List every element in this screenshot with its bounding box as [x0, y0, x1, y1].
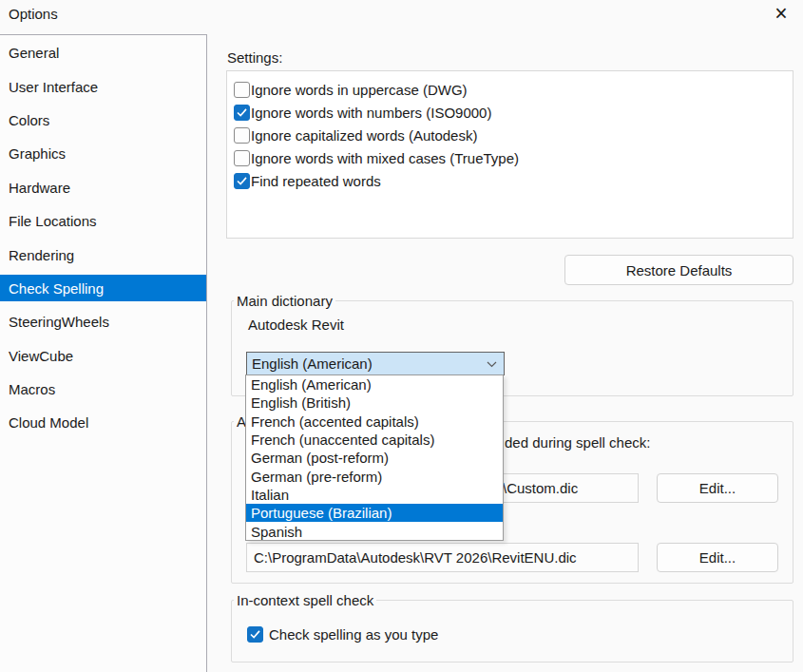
dropdown-item-italian[interactable]: Italian — [246, 486, 503, 504]
sidebar-item-general[interactable]: General — [0, 36, 206, 69]
option-find-repeated[interactable]: Find repeated words — [227, 169, 793, 192]
option-label: Ignore words with mixed cases (TrueType) — [251, 150, 519, 166]
check-icon — [250, 630, 260, 639]
sidebar-item-macros[interactable]: Macros — [0, 373, 206, 406]
option-ignore-uppercase[interactable]: Ignore words in uppercase (DWG) — [227, 78, 793, 101]
option-label: Find repeated words — [251, 173, 381, 189]
dropdown-item-french-accented[interactable]: French (accented capitals) — [246, 413, 503, 431]
sidebar-item-cloud-model[interactable]: Cloud Model — [0, 406, 206, 439]
sidebar-item-check-spelling[interactable]: Check Spelling — [0, 275, 206, 301]
check-icon — [237, 108, 247, 117]
sidebar-item-steeringwheels[interactable]: SteeringWheels — [0, 305, 206, 338]
dropdown-item-portuguese-brazilian[interactable]: Portuguese (Brazilian) — [246, 504, 503, 522]
check-icon — [237, 177, 247, 185]
window-title: Options — [9, 6, 58, 22]
in-context-legend: In-context spell check — [234, 592, 376, 608]
dropdown-item-english-american[interactable]: English (American) — [246, 375, 503, 394]
dropdown-item-german-post-reform[interactable]: German (post-reform) — [246, 449, 503, 467]
spelling-settings-list: Ignore words in uppercase (DWG) Ignore w… — [226, 70, 793, 239]
restore-defaults-button[interactable]: Restore Defaults — [564, 255, 793, 285]
edit-custom-dictionary-button[interactable]: Edit... — [657, 473, 778, 503]
sidebar-item-hardware[interactable]: Hardware — [0, 171, 206, 204]
close-icon[interactable]: × — [765, 0, 797, 27]
dropdown-item-spanish[interactable]: Spanish — [246, 522, 503, 540]
dropdown-item-english-british[interactable]: English (British) — [246, 394, 503, 412]
checkbox[interactable] — [234, 82, 250, 98]
main-dictionary-legend: Main dictionary — [234, 293, 335, 309]
edit-building-dictionary-button[interactable]: Edit... — [657, 543, 778, 572]
checkbox[interactable] — [234, 127, 250, 144]
option-label: Ignore words in uppercase (DWG) — [251, 82, 468, 98]
chevron-down-icon — [487, 361, 497, 368]
checkbox[interactable] — [234, 173, 250, 189]
sidebar-item-file-locations[interactable]: File Locations — [0, 204, 206, 238]
checkbox[interactable] — [247, 626, 263, 643]
dropdown-item-french-unaccented[interactable]: French (unaccented capitals) — [246, 431, 503, 449]
dictionary-combobox[interactable]: English (American) — [246, 352, 505, 375]
custom-dictionary-label: ded during spell check: — [505, 434, 650, 451]
sidebar-item-colors[interactable]: Colors — [0, 104, 206, 137]
option-ignore-numbers[interactable]: Ignore words with numbers (ISO9000) — [227, 101, 793, 124]
in-context-spell-check-group: In-context spell check Check spelling as… — [231, 600, 793, 662]
checkbox[interactable] — [234, 105, 250, 121]
title-bar: Options × — [0, 0, 803, 30]
sidebar-item-user-interface[interactable]: User Interface — [0, 69, 206, 103]
option-ignore-mixed-case[interactable]: Ignore words with mixed cases (TrueType) — [227, 146, 793, 169]
sidebar-item-rendering[interactable]: Rendering — [0, 238, 206, 271]
option-label: Ignore capitalized words (Autodesk) — [251, 127, 477, 144]
dropdown-item-german-pre-reform[interactable]: German (pre-reform) — [246, 467, 503, 485]
check-spelling-as-you-type-option[interactable]: Check spelling as you type — [247, 626, 438, 643]
product-label: Autodesk Revit — [248, 317, 344, 333]
options-sidebar: General User Interface Colors Graphics H… — [0, 34, 207, 672]
combobox-value: English (American) — [252, 355, 373, 372]
sidebar-item-viewcube[interactable]: ViewCube — [0, 339, 206, 373]
dictionary-dropdown-list: English (American) English (British) Fre… — [245, 374, 504, 541]
checkbox[interactable] — [234, 150, 250, 166]
settings-label: Settings: — [227, 49, 282, 66]
building-dictionary-path-field[interactable]: C:\ProgramData\Autodesk\RVT 2026\RevitEN… — [246, 543, 639, 572]
option-ignore-capitalized[interactable]: Ignore capitalized words (Autodesk) — [227, 124, 793, 146]
option-label: Check spelling as you type — [269, 626, 438, 643]
option-label: Ignore words with numbers (ISO9000) — [251, 105, 491, 121]
sidebar-item-graphics[interactable]: Graphics — [0, 137, 206, 170]
